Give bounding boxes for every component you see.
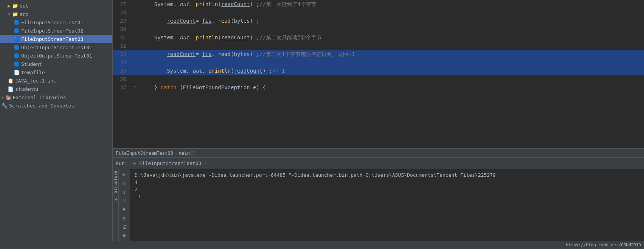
sidebar-label-fileinputstream03: FileInputStreamTest03: [21, 36, 83, 42]
sidebar-item-fileinputstream02[interactable]: 🔵 FileInputStreamTest02: [0, 26, 112, 35]
line-code-28[interactable]: [138, 8, 644, 17]
status-url: https://blog.csdn.net/CSNN2019: [566, 243, 641, 247]
java-icon-3: 🔵: [14, 36, 20, 42]
line-code-29[interactable]: readCount= fis. read(bytes) ;: [138, 17, 644, 25]
line-number-36: 36: [113, 75, 131, 83]
code-content: 27 System. out. println(readCount) ;//第一…: [113, 0, 644, 148]
layout-button[interactable]: ⊞: [120, 215, 129, 222]
table-row: 31 System. out. println(readCount) ;//第二…: [113, 33, 644, 42]
run-toolbar: ▶ ■ ↓ ❚❚ ≡ ⊞ 🖨 ⊕: [119, 169, 130, 241]
sidebar-label-objectinputstream: ObjectInputStreamtTest01: [21, 45, 92, 50]
line-number-29: 29: [113, 17, 131, 25]
run-output: D:\Java\jdk\bin\java.exe -Didea.launcher…: [130, 169, 644, 241]
line-number-35: 35: [113, 67, 131, 75]
sidebar-label-tempfile: tempfile: [21, 70, 45, 75]
line-number-27: 27: [113, 0, 131, 8]
run-tab-close-icon[interactable]: ×: [204, 161, 207, 166]
line-number-28: 28: [113, 8, 131, 17]
folder-collapsed-icon: ▶: [8, 3, 11, 9]
sidebar-item-students[interactable]: 📄 students: [0, 85, 112, 93]
scroll-down-button[interactable]: ↓: [120, 188, 129, 195]
structure-panel: Z: Structure: [113, 169, 119, 241]
library-expand-icon: ▶: [2, 95, 5, 100]
line-code-31[interactable]: System. out. println(readCount) ;//第二次只能…: [138, 33, 644, 42]
table-row: 33 readCount= fis. read(bytes) ;//第三次1个字…: [113, 50, 644, 58]
output-line-4: 4: [135, 179, 639, 185]
print-button[interactable]: 🖨: [120, 223, 129, 230]
line-code-37[interactable]: } catch (FileNotFoundException e) {: [138, 83, 644, 92]
line-gutter-29: [131, 17, 138, 25]
sidebar-item-objectinputstream[interactable]: 🔵 ObjectInputStreamtTest01: [0, 43, 112, 51]
java-icon-4: 🔵: [14, 45, 20, 50]
java-icon-6: 🔵: [14, 61, 20, 67]
run-label: Run:: [116, 160, 127, 166]
add-button[interactable]: ⊕: [120, 232, 129, 239]
run-button[interactable]: ▶: [120, 171, 129, 178]
sidebar-tree: ▶ 📁 out ▼ 📁 src 🔵 FileInputStreamTest01 …: [0, 0, 112, 241]
table-row: 30: [113, 25, 644, 33]
sidebar-item-src[interactable]: ▼ 📁 src: [0, 10, 112, 18]
run-content: Z: Structure ▶ ■ ↓ ❚❚ ≡ ⊞ 🖨 ⊕ D:\Java\jd: [113, 169, 644, 241]
pause-button[interactable]: ❚❚: [120, 197, 129, 204]
sidebar-item-scratches[interactable]: 🔧 Scratches and Consoles: [0, 101, 112, 110]
line-gutter-33: [131, 50, 138, 58]
sidebar-label-objectoutputstream: ObjectOutputStreamTest01: [21, 53, 92, 59]
iml-icon: 📋: [8, 78, 14, 84]
line-code-33[interactable]: readCount= fis. read(bytes) ;//第三次1个字节都没…: [138, 50, 644, 58]
line-gutter-32: [131, 42, 138, 50]
sidebar-label-student: Student: [21, 61, 42, 67]
run-tab-fileinputstream03[interactable]: ▶ FileInputStreamTest03 ×: [130, 158, 210, 169]
table-row: 37 ▽ } catch (FileNotFoundException e) {: [113, 83, 644, 92]
stop-button[interactable]: ■: [120, 179, 129, 187]
sidebar-item-out[interactable]: ▶ 📁 out: [0, 2, 112, 10]
breadcrumb-file: FileInputStreamTest03: [116, 151, 173, 156]
line-number-34: 34: [113, 58, 131, 67]
line-gutter-36: [131, 75, 138, 83]
table-row: 28: [113, 8, 644, 17]
run-tab-label: FileInputStreamTest03: [139, 160, 201, 166]
table-row: 27 System. out. println(readCount) ;//第一…: [113, 0, 644, 8]
structure-tab-label[interactable]: Z: Structure: [113, 171, 118, 201]
line-code-35[interactable]: System. out. println(readCount) ;//-1: [138, 67, 644, 75]
line-code-32[interactable]: [138, 42, 644, 50]
line-gutter-31: [131, 33, 138, 42]
sidebar-item-iml[interactable]: 📋 JAVA_test1.iml: [0, 76, 112, 85]
sidebar-item-student[interactable]: 🔵 Student: [0, 60, 112, 68]
editor-area: 27 System. out. println(readCount) ;//第一…: [113, 0, 644, 241]
code-lines: 27 System. out. println(readCount) ;//第一…: [113, 0, 644, 148]
run-tabs-bar: Run: ▶ FileInputStreamTest03 ×: [113, 158, 644, 169]
scratches-icon: 🔧: [2, 103, 8, 109]
sidebar-item-fileinputstream01[interactable]: 🔵 FileInputStreamTest01: [0, 18, 112, 26]
run-command-line: D:\Java\jdk\bin\java.exe -Didea.launcher…: [135, 172, 639, 178]
sidebar-label-students: students: [15, 86, 39, 92]
line-gutter-34: [131, 58, 138, 67]
sidebar-label-fileinputstream01: FileInputStreamTest01: [21, 20, 83, 25]
status-bar: https://blog.csdn.net/CSNN2019: [0, 241, 644, 249]
wrap-button[interactable]: ≡: [120, 206, 129, 213]
sidebar-item-objectoutputstream[interactable]: 🔵 ObjectOutputStreamTest01: [0, 51, 112, 60]
sidebar-label-scratches: Scratches and Consoles: [9, 103, 74, 109]
sidebar-item-tempfile[interactable]: 📄 tempfile: [0, 68, 112, 76]
line-code-34[interactable]: [138, 58, 644, 67]
java-icon: 🔵: [14, 20, 20, 25]
output-line-minus1: -1: [135, 194, 639, 199]
folder-src-icon: 📁: [12, 11, 18, 17]
sidebar-label-iml: JAVA_test1.iml: [15, 78, 57, 84]
library-icon: 📚: [5, 95, 11, 100]
main-area: ▶ 📁 out ▼ 📁 src 🔵 FileInputStreamTest01 …: [0, 0, 644, 241]
sidebar-item-fileinputstream03[interactable]: 🔵 FileInputStreamTest03: [0, 35, 112, 43]
line-code-27[interactable]: System. out. println(readCount) ;//第一次读到…: [138, 0, 644, 8]
line-code-30[interactable]: [138, 25, 644, 33]
java-icon-2: 🔵: [14, 28, 20, 34]
table-row: 32: [113, 42, 644, 50]
folder-out-icon: 📁: [12, 3, 18, 9]
fold-arrow-icon: ▽: [133, 83, 136, 92]
line-gutter-28: [131, 8, 138, 17]
sidebar-item-external-libraries[interactable]: ▶ 📚 External Libraries: [0, 93, 112, 101]
sidebar-label-fileinputstream02: FileInputStreamTest02: [21, 28, 83, 34]
line-gutter-27: [131, 0, 138, 8]
line-code-36[interactable]: [138, 75, 644, 83]
line-number-37: 37: [113, 83, 131, 92]
line-number-33: 33: [113, 50, 131, 58]
line-number-31: 31: [113, 33, 131, 42]
